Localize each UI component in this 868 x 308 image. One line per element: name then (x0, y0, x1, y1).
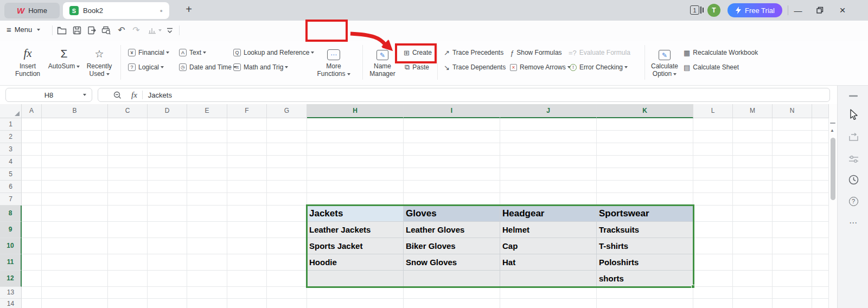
table-cell[interactable]: shorts (597, 271, 693, 287)
name-manager-button[interactable]: ✎ Name Manager (368, 44, 397, 78)
cell[interactable] (307, 299, 404, 308)
cell[interactable] (42, 118, 108, 131)
column-header-F[interactable]: F (227, 104, 267, 118)
cell[interactable] (733, 238, 773, 254)
table-cell[interactable]: Poloshirts (597, 254, 693, 271)
menu-button[interactable]: ≡ Menu (7, 25, 40, 34)
cell[interactable] (148, 206, 187, 222)
cell[interactable] (22, 143, 42, 156)
cell[interactable] (267, 254, 307, 271)
cell[interactable] (267, 206, 307, 222)
row-header-1[interactable]: 1 (0, 118, 22, 131)
cell[interactable] (597, 193, 693, 206)
row-header-8[interactable]: 8 (0, 206, 22, 222)
cell[interactable] (148, 299, 187, 308)
help-icon[interactable]: ? (847, 195, 859, 207)
cell[interactable] (404, 118, 500, 131)
cell[interactable] (404, 131, 500, 143)
cell[interactable] (227, 271, 267, 287)
cell[interactable] (693, 118, 733, 131)
column-header-G[interactable]: G (267, 104, 307, 118)
cell[interactable] (773, 222, 812, 238)
cell[interactable] (267, 118, 307, 131)
cell[interactable] (187, 131, 227, 143)
cell[interactable] (227, 254, 267, 271)
cell[interactable] (404, 143, 500, 156)
logical-button[interactable]: ? Logical (128, 62, 164, 72)
cell[interactable] (42, 156, 108, 168)
cell[interactable] (812, 118, 829, 131)
create-button[interactable]: ⊞ Create (404, 48, 432, 57)
cell[interactable] (187, 181, 227, 193)
cell[interactable] (22, 238, 42, 254)
column-header-K[interactable]: K (597, 104, 693, 118)
cell[interactable] (187, 238, 227, 254)
table-cell[interactable]: Snow Gloves (404, 254, 500, 271)
cell[interactable] (267, 168, 307, 181)
cell[interactable] (22, 222, 42, 238)
cell[interactable] (773, 143, 812, 156)
cell[interactable] (227, 156, 267, 168)
cell[interactable] (267, 238, 307, 254)
cell[interactable] (404, 193, 500, 206)
cell[interactable] (404, 181, 500, 193)
cell[interactable] (812, 206, 829, 222)
cell[interactable] (227, 193, 267, 206)
column-header-J[interactable]: J (500, 104, 597, 118)
history-clock-icon[interactable] (847, 174, 859, 185)
scrollbar-thumb[interactable] (831, 138, 835, 200)
cell[interactable] (307, 168, 404, 181)
cell[interactable] (42, 254, 108, 271)
collapse-sidebar-handle[interactable] (847, 90, 859, 102)
cell[interactable] (148, 156, 187, 168)
column-header-C[interactable]: C (108, 104, 148, 118)
table-cell[interactable]: Tracksuits (597, 222, 693, 238)
cell[interactable] (108, 181, 148, 193)
restore-button[interactable] (813, 4, 827, 16)
cell[interactable] (597, 299, 693, 308)
text-button[interactable]: A Text (179, 48, 206, 57)
minimize-button[interactable]: — (791, 4, 805, 16)
cell[interactable] (693, 287, 733, 299)
row-header-3[interactable]: 3 (0, 143, 22, 156)
cell[interactable] (693, 222, 733, 238)
table-cell[interactable]: Cap (500, 238, 597, 254)
cell[interactable] (267, 131, 307, 143)
row-header-4[interactable]: 4 (0, 156, 22, 168)
cell[interactable] (267, 181, 307, 193)
cell[interactable] (148, 181, 187, 193)
avatar[interactable]: T (707, 4, 720, 17)
cell[interactable] (404, 156, 500, 168)
cell[interactable] (187, 168, 227, 181)
cell[interactable] (773, 206, 812, 222)
cell[interactable] (597, 168, 693, 181)
export-button[interactable] (86, 25, 97, 35)
cell[interactable] (307, 156, 404, 168)
cell[interactable] (773, 254, 812, 271)
calculate-sheet-button[interactable]: ▤ Calculate Sheet (684, 62, 739, 72)
trace-dependents-button[interactable]: ↘ Trace Dependents (444, 62, 506, 72)
cell[interactable] (42, 299, 108, 308)
cell[interactable] (148, 271, 187, 287)
cell[interactable] (22, 193, 42, 206)
cell[interactable] (773, 238, 812, 254)
cell[interactable] (307, 118, 404, 131)
cell[interactable] (42, 271, 108, 287)
cell[interactable] (187, 287, 227, 299)
table-header-cell[interactable]: Headgear (500, 206, 597, 222)
cell[interactable] (22, 131, 42, 143)
cell[interactable] (187, 143, 227, 156)
autosum-button[interactable]: Σ AutoSum (47, 44, 81, 70)
cell[interactable] (227, 118, 267, 131)
cell[interactable] (148, 168, 187, 181)
cell[interactable] (108, 299, 148, 308)
home-workspace-tab[interactable]: W Home (4, 3, 60, 18)
cell[interactable] (22, 168, 42, 181)
cell[interactable] (773, 271, 812, 287)
table-cell[interactable]: Sports Jacket (307, 238, 404, 254)
row-header-13[interactable]: 13 (0, 287, 22, 299)
cell[interactable] (500, 193, 597, 206)
cell[interactable] (187, 206, 227, 222)
print-preview-button[interactable] (101, 25, 112, 35)
cell[interactable] (108, 168, 148, 181)
